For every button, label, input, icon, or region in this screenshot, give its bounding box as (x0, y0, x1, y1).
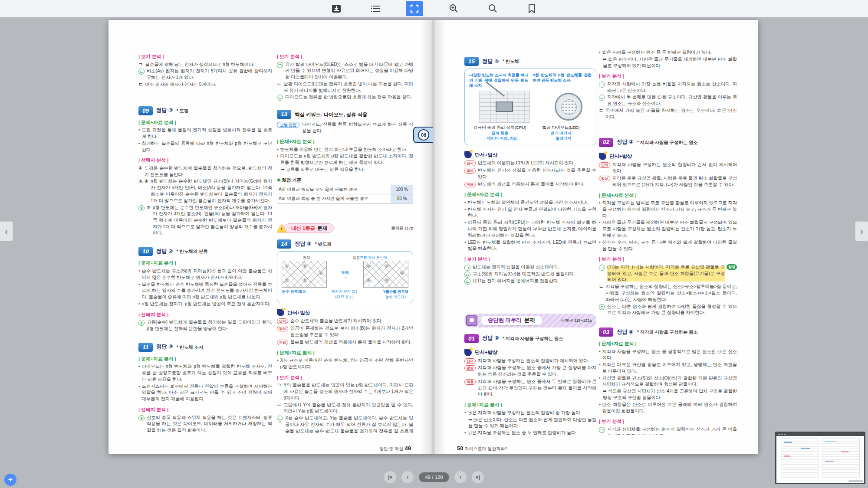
mountain-icon: 1 (277, 224, 286, 233)
question-number: 11 (138, 343, 153, 352)
question-number: 13 (277, 110, 291, 119)
grading-criteria: A의 이름과 특징을 모두 옳게 서술한 경우 (277, 185, 391, 194)
bookmark-button[interactable] (523, 1, 540, 16)
bullet-list: •X는 규소로 이루어진 순수 반도체, Y는 양공이 주된 전하 운반자인 p… (277, 357, 413, 370)
choice-marker: ㄷ (138, 82, 143, 88)
choice-text: 지각과 사람에서 가장 높은 비율을 차지하는 원소는 산소이다. 따라서 ㉠은… (607, 81, 737, 94)
contents-button[interactable] (367, 1, 384, 16)
spacer (138, 88, 272, 100)
topic-text: * 반도체 (503, 58, 519, 65)
zoom-in-button[interactable] (445, 1, 462, 16)
download-icon (332, 4, 341, 13)
clue-tag: 발상 (277, 326, 288, 331)
bullet-icon: • (599, 362, 601, 368)
last-page-button[interactable]: »| (472, 471, 484, 483)
bullet-icon: • (599, 49, 601, 56)
bullet-text: 사람은 물과 무기물을 제외하면 대부분 탄소 화합물로 구성되어 있으므로 사… (602, 219, 737, 239)
clue-item: 단서지각과 사람을 구성하는 원소의 질량비가 순서 없이 제시되어 있다. (599, 162, 737, 175)
cpu-function-line2: → 데이터 저장, 처리 (482, 136, 518, 141)
plus-icon: + (8, 475, 13, 485)
si-atom-label: Si (303, 264, 307, 268)
analysis-label: | 문제+자료 분석 | (138, 119, 272, 126)
bullet-text: ➡ ㉠은 산소이다. 산소는 다른 원소와 쉽게 결합하여 다양한 물질을 만들… (468, 417, 596, 430)
answer-text: 정답 ③ (156, 107, 173, 115)
hole-label-text: 양공 (352, 255, 360, 260)
banner-title: 문제 (317, 225, 327, 232)
question-header: 09정답 ③* 도핑 (138, 106, 272, 115)
clue-item: 적용지각과 사람을 구성하는 원소 중에서 두 번째로 질량비가 큰 ㉡과 ㉢이… (464, 379, 596, 398)
spacer (277, 205, 413, 215)
previous-page-button[interactable]: ‹ (401, 471, 414, 483)
chapter-tab[interactable]: 08 (413, 127, 433, 143)
choice-item: ㄱY의 불순물을 반도체는 양공이 있는 p형 반도체이다. 따라서 도핑에 사… (277, 382, 413, 401)
first-page-button[interactable]: |« (384, 471, 396, 483)
clue-list: 단서순수 반도체와 불순물 반도체가 제시되어 있다.발상양공이 존재하는 것으… (277, 318, 413, 345)
figure-captions: 순수 반도체 X원자가 전자 3개(13족 원소)Y불순물 반도체(p형 반도체… (282, 289, 408, 299)
analysis-label-text: | 선택지 분석 | (138, 157, 168, 163)
bullet-text: 지각과 사람을 구성하는 원소 중 공통적으로 많은 원소인 ㉠은 산소이다. (602, 349, 737, 362)
bullet-icon: • (599, 349, 601, 355)
choice-item: ②고유(순수) 반도체에 불순물을 첨가하는 일을 도핑이라고 한다. p형 반… (138, 319, 272, 332)
choice-text: 지각에서 두 번째로 많은 ㉡은 규소이다. 규산염 광물을 이루는 주요 원소… (607, 94, 737, 107)
question-header: 15정답 ⑤* 반도체 (464, 57, 596, 66)
bullet-item: •LED는 반도체를 접합하여 만든 소자이며, LED에 전류가 흐르면 빛을… (464, 239, 596, 252)
bullet-icon: • (599, 219, 601, 226)
arrow-right-icon: → (342, 275, 348, 279)
bullet-item: •n형 반도체는 전자가, p형 반도체는 양공이 주요 전하 운반자이다. (138, 301, 272, 308)
correct-choice-marker: ㄱ (464, 265, 470, 271)
bullet-icon: • (464, 410, 466, 416)
choice-text: 반도체는 전기적 성질을 이용한 신소재이다. (473, 264, 596, 271)
download-button[interactable] (328, 1, 345, 16)
banner-title: 중단원 마무리 (488, 317, 522, 324)
clue-list: 단서반도체가 이용되는 CPU와 LED가 제시되어 있다.발상반도체는 전기적… (464, 160, 596, 187)
search-button[interactable] (484, 1, 501, 16)
clue-list: 단서지각과 사람을 구성하는 원소의 질량비가 순서 없이 제시되어 있다.발상… (599, 162, 737, 188)
page-indicator[interactable]: 49 / 120 (419, 472, 449, 482)
choice-marker: ㄴ (277, 402, 281, 409)
bullet-icon: • (599, 200, 601, 206)
search-icon (488, 4, 497, 13)
correct-choice-marker: ㄴ (138, 69, 145, 75)
clue-text: 불순물 반도체의 개념을 적용해서 문제 풀이를 시작해야 한다. (290, 339, 413, 346)
left-page-column-2: | 보기 분석 |ㄱ유기 발광 다이오드(OLED)는 스스로 빛을 내기 때문… (277, 49, 413, 435)
hole-label: 양공주된 전하 운반자 (352, 255, 387, 260)
bullet-icon: • (138, 301, 140, 308)
fullscreen-button[interactable] (406, 1, 423, 16)
clue-text: 순수 반도체와 불순물 반도체가 제시되어 있다. (290, 318, 413, 324)
preview-thumbnail[interactable] (775, 432, 865, 484)
keyword-header: 13핵심 키워드: 다이오드, 정류 작용 (277, 110, 413, 119)
page-gutter (420, 20, 446, 454)
add-button[interactable]: + (4, 474, 16, 486)
answer-text: 정답 ② (156, 248, 173, 255)
topic-text: * 반도체의 분류 (177, 248, 208, 255)
clue-text: 반도체가 이용되는 CPU와 LED가 제시되어 있다. (478, 160, 596, 167)
bullet-item: •반도체 소자는 전기 및 전자 부품과 연결되어 다양한 기능을 구현한다. (464, 206, 596, 219)
clue-tag: 적용 (464, 182, 476, 187)
pure-semiconductor-image: SiSiSiSiSi (282, 261, 327, 288)
spacer (138, 237, 272, 240)
device-labels: 컴퓨터 중앙 처리 장치(CPU)발광 다이오드(LED) (469, 124, 592, 131)
choice-list: ①도핑은 순수한 반도체에 불순물을 첨가하는 것으로, 반도체의 전기 전도도… (138, 165, 272, 236)
analysis-label: | 선택지 분석 | (138, 406, 272, 413)
chevron-left-icon: ‹ (5, 226, 8, 236)
bullet-icon: • (599, 375, 601, 382)
thumbnail-scrollbar[interactable] (848, 480, 863, 482)
clue-tag: 발상 (599, 176, 610, 181)
next-page-button[interactable]: › (454, 471, 467, 483)
analysis-label-text: | 선택지 분석 | (138, 407, 168, 412)
prev-page-arrow[interactable]: ‹ (0, 221, 13, 241)
clue-text: 지각과 사람을 구성하는 원소 중에서 두 번째로 질량비가 큰 ㉡과 ㉢이 각… (478, 379, 596, 398)
clue-item: 단서반도체가 이용되는 CPU와 LED가 제시되어 있다. (464, 160, 596, 167)
bullet-text: ➡ 교류를 직류로 바꾸는 정류 작용을 한다. (281, 167, 413, 173)
bullet-item: •탄소 화합물은 탄소로 이루어진 기본 골격에 여러 원소가 결합하여 만들어… (599, 402, 737, 415)
left-page-column-1: | 보기 분석 |ㄱ불순물에 의해 남는 전자가 생겼으므로 n형 반도체이다.… (138, 49, 272, 435)
hint-icon (464, 151, 472, 158)
question-header: 01정답 ③* 지각과 사람을 구성하는 원소 (464, 334, 596, 343)
bullet-text: 첨가하는 불순물의 종류에 따라 n형 반도체와 p형 반도체로 구분한다. (142, 141, 272, 154)
spacer (464, 285, 596, 302)
bullet-text: n형 반도체는 전자가, p형 반도체는 양공이 주요 전하 운반자이다. (142, 301, 272, 308)
zoom-in-icon (449, 4, 458, 13)
analysis-label-text: | 문제+자료 분석 | (138, 356, 176, 361)
analysis-label-text: | 보기 분석 | (599, 419, 624, 424)
next-page-arrow[interactable]: › (855, 221, 868, 241)
